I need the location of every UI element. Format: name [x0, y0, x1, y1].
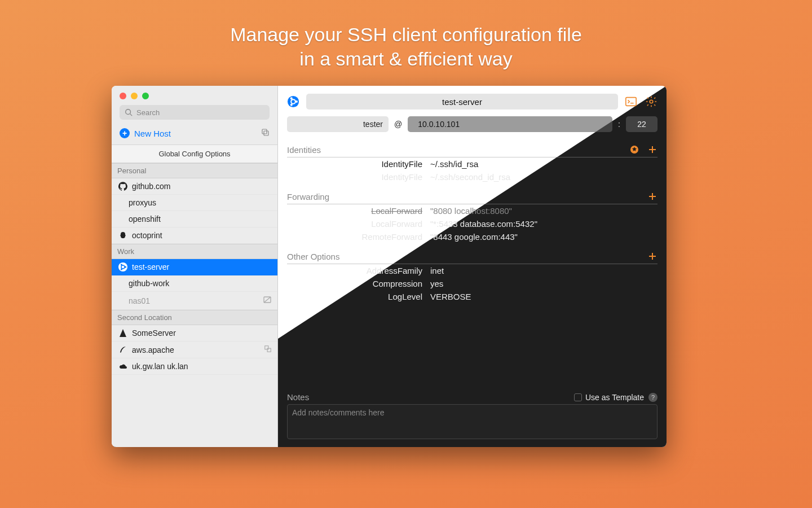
config-key: IdentityFile: [287, 172, 422, 182]
sidebar-item-label: proxyus: [129, 198, 156, 207]
generate-key-icon[interactable]: [629, 144, 639, 155]
add-option-icon[interactable]: [647, 251, 657, 261]
config-row[interactable]: Compressionyes: [287, 277, 657, 290]
config-value: "*:5433 database.com:5432": [430, 219, 537, 229]
sidebar-item-github-work[interactable]: github-work: [112, 275, 277, 292]
config-value: VERBOSE: [430, 292, 471, 301]
svg-rect-18: [626, 98, 636, 106]
sidebar-item-label: SomeServer: [132, 329, 176, 338]
new-host-row[interactable]: + New Host: [112, 125, 277, 144]
app-window: + New Host Global Config Options Persona…: [112, 86, 667, 447]
config-value: ~/.ssh/second_id_rsa: [430, 172, 510, 182]
octo-icon: [118, 231, 127, 240]
sidebar-item-label: test-server: [132, 262, 169, 271]
template-label: Use as Template: [585, 393, 644, 402]
other-options-title: Other Options: [287, 252, 647, 261]
user-value: tester: [363, 120, 383, 129]
address-value: 10.0.10.101: [418, 120, 460, 129]
sidebar-item-uk-gw-lan-uk-lan[interactable]: uk.gw.lan uk.lan: [112, 358, 277, 375]
hostname-field[interactable]: test-server: [306, 94, 618, 110]
sidebar-item-github-com[interactable]: github.com: [112, 178, 277, 195]
add-forwarding-icon[interactable]: [647, 191, 657, 202]
sidebar-item-label: nas01: [129, 296, 150, 305]
github-icon: [118, 182, 127, 191]
sidebar-item-openshift[interactable]: openshift: [112, 211, 277, 227]
config-key: LocalForward: [287, 206, 422, 216]
sidebar-group-header[interactable]: Personal: [112, 163, 277, 178]
svg-point-7: [121, 264, 122, 265]
notes-title: Notes: [287, 392, 574, 402]
config-key: RemoteForward: [287, 232, 422, 242]
sidebar-group-header[interactable]: Work: [112, 244, 277, 259]
identities-title: Identities: [287, 145, 629, 155]
config-row[interactable]: RemoteForward"8443 google.com:443": [287, 230, 657, 243]
address-field[interactable]: 10.0.10.101: [408, 116, 612, 132]
search-field[interactable]: [120, 105, 270, 120]
user-field[interactable]: tester: [287, 116, 389, 132]
config-key: LocalForward: [287, 219, 422, 229]
notes-region: Notes Use as Template ? Add notes/commen…: [287, 392, 657, 439]
config-value: ~/.ssh/id_rsa: [430, 159, 478, 169]
hero-line-2: in a smart & efficient way: [299, 48, 512, 69]
disabled-icon: [263, 295, 272, 306]
minimize-icon[interactable]: [131, 93, 138, 99]
sidebar-item-aws-apache[interactable]: aws.apache: [112, 341, 277, 358]
config-value: inet: [430, 266, 444, 275]
cloud-icon: [118, 362, 127, 371]
ubuntu-icon: [118, 262, 127, 271]
help-icon[interactable]: ?: [648, 393, 657, 402]
zoom-icon[interactable]: [142, 93, 149, 99]
search-icon: [124, 108, 133, 117]
svg-point-0: [126, 110, 131, 115]
sidebar-item-octoprint[interactable]: octoprint: [112, 227, 277, 244]
duplicate-icon[interactable]: [261, 128, 270, 139]
config-row[interactable]: AddressFamilyinet: [287, 264, 657, 277]
sidebar-item-proxyus[interactable]: proxyus: [112, 195, 277, 211]
config-row[interactable]: LogLevelVERBOSE: [287, 290, 657, 303]
config-row[interactable]: IdentityFile~/.ssh/id_rsa: [287, 157, 657, 170]
sidebar-item-label: github-work: [129, 279, 169, 288]
arch-icon: [118, 329, 127, 338]
sidebar-item-label: uk.gw.lan uk.lan: [132, 362, 188, 371]
terminal-icon[interactable]: [625, 95, 637, 108]
port-field[interactable]: 22: [626, 116, 657, 132]
template-checkbox[interactable]: [574, 393, 582, 401]
close-icon[interactable]: [120, 93, 126, 99]
config-key: Compression: [287, 279, 422, 288]
sidebar-item-nas01[interactable]: nas01: [112, 292, 277, 310]
notes-placeholder: Add notes/comments here: [292, 408, 384, 417]
sidebar-item-someserver[interactable]: SomeServer: [112, 325, 277, 341]
search-input[interactable]: [136, 108, 265, 117]
config-row[interactable]: IdentityFile~/.ssh/second_id_rsa: [287, 170, 657, 183]
config-row[interactable]: LocalForward"*:5433 database.com:5432": [287, 217, 657, 230]
detail-panel: test-server tester @ 10.0.10.101: [278, 86, 667, 447]
svg-line-10: [264, 297, 271, 303]
svg-point-8: [121, 268, 122, 270]
svg-point-15: [295, 100, 298, 103]
add-icon: +: [120, 128, 130, 138]
gear-icon[interactable]: [645, 95, 657, 108]
svg-rect-12: [267, 348, 271, 352]
config-key: LogLevel: [287, 292, 422, 301]
hero-line-1: Manage your SSH client configuration fil…: [230, 24, 582, 45]
forwarding-title: Forwarding: [287, 192, 647, 202]
config-row[interactable]: LocalForward"8080 localhost:8080": [287, 204, 657, 217]
colon-symbol: :: [618, 120, 620, 129]
ubuntu-icon: [287, 95, 299, 108]
sidebar-item-test-server[interactable]: test-server: [112, 259, 277, 275]
svg-rect-3: [264, 131, 268, 135]
sidebar: + New Host Global Config Options Persona…: [112, 86, 278, 447]
add-identity-icon[interactable]: [647, 144, 657, 155]
global-config-options[interactable]: Global Config Options: [112, 144, 277, 163]
config-key: AddressFamily: [287, 266, 422, 275]
sidebar-item-label: octoprint: [132, 231, 162, 240]
notes-textarea[interactable]: Add notes/comments here: [287, 404, 657, 439]
config-value: "8443 google.com:443": [430, 232, 518, 242]
config-value: "8080 localhost:8080": [430, 206, 512, 216]
feather-icon: [118, 345, 127, 354]
sidebar-group-header[interactable]: Second Location: [112, 310, 277, 325]
svg-point-20: [650, 100, 653, 103]
sidebar-item-label: github.com: [132, 182, 170, 191]
svg-line-1: [130, 114, 133, 116]
sidebar-item-label: aws.apache: [132, 345, 174, 354]
